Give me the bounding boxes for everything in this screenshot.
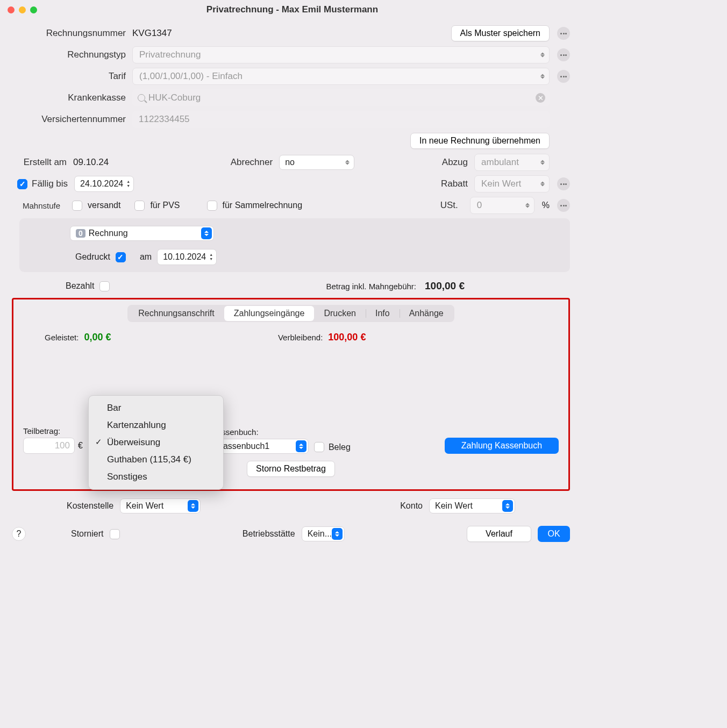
fuer-sammelrechnung-label: für Sammelrechnung <box>223 201 303 210</box>
versandt-checkbox[interactable] <box>72 201 82 211</box>
abzug-label: Abzug <box>442 157 474 168</box>
betriebsstaette-label: Betriebsstätte <box>243 529 295 539</box>
ust-select[interactable]: 0 <box>470 197 534 214</box>
rechnung-select[interactable]: 0 Rechnung <box>70 226 214 241</box>
am-label: am <box>140 252 152 262</box>
kassenbuch-select[interactable]: assenbuch1 <box>217 439 309 454</box>
geleistet-label: Geleistet: <box>45 333 79 342</box>
gedruckt-label: Gedruckt <box>75 252 110 262</box>
popup-item-bar[interactable]: Bar <box>89 399 223 417</box>
zahlung-kassenbuch-button[interactable]: Zahlung Kassenbuch <box>445 438 559 454</box>
abzug-select[interactable]: ambulant <box>474 154 550 171</box>
titlebar: Privatrechnung - Max Emil Mustermann <box>0 0 582 19</box>
tarif-options-button[interactable] <box>557 70 570 83</box>
faellig-bis-label: Fällig bis <box>27 179 74 189</box>
gedruckt-checkbox[interactable] <box>116 252 126 262</box>
rechnungstyp-options-button[interactable] <box>557 48 570 61</box>
abrechner-select[interactable]: no <box>279 155 354 170</box>
betriebsstaette-select[interactable]: Kein... <box>302 526 345 541</box>
abrechner-label: Abrechner <box>231 157 279 168</box>
storniert-checkbox[interactable] <box>110 529 120 539</box>
clear-krankenkasse-icon[interactable]: ✕ <box>536 93 545 103</box>
faellig-bis-date-input[interactable]: 24.10.2024 ▲▼ <box>74 176 134 192</box>
mahnstufe-label: Mahnstufe <box>12 201 67 210</box>
payment-method-popup: Bar Kartenzahlung Überweisung Guthaben (… <box>88 395 224 490</box>
rabatt-select[interactable]: Kein Wert <box>474 175 550 192</box>
popup-item-sonstiges[interactable]: Sonstiges <box>89 468 223 486</box>
tab-anhaenge[interactable]: Anhänge <box>400 306 453 321</box>
krankenkasse-search-input[interactable]: HUK-Coburg ✕ <box>132 89 550 106</box>
storniert-label: Storniert <box>71 529 103 539</box>
beleg-checkbox[interactable] <box>314 442 324 452</box>
kassenbuch-label: assenbuch: <box>217 427 309 437</box>
window-title: Privatrechnung - Max Emil Mustermann <box>10 4 574 15</box>
konto-select[interactable]: Kein Wert <box>429 498 515 513</box>
betrag-label: Betrag inkl. Mahngebühr: <box>326 282 416 291</box>
faellig-bis-checkbox[interactable] <box>17 179 27 189</box>
betrag-value: 100,00 € <box>422 280 468 292</box>
versandt-label: versandt <box>88 201 120 210</box>
versichertennummer-input[interactable]: 1122334455 <box>132 111 550 128</box>
euro-label: € <box>78 441 83 451</box>
popup-item-guthaben[interactable]: Guthaben (115,34 €) <box>89 451 223 468</box>
kostenstelle-label: Kostenstelle <box>67 501 113 511</box>
bezahlt-label: Bezahlt <box>66 281 94 291</box>
fuer-pvs-checkbox[interactable] <box>134 201 145 211</box>
rechnungsnummer-label: Rechnungsnummer <box>12 28 132 39</box>
tab-zahlungseingaenge[interactable]: Zahlungseingänge <box>224 306 315 321</box>
in-neue-rechnung-button[interactable]: In neue Rechnung übernehmen <box>410 133 550 149</box>
fuer-sammelrechnung-checkbox[interactable] <box>207 201 217 211</box>
erstellt-am-label: Erstellt am <box>12 157 73 168</box>
verlauf-button[interactable]: Verlauf <box>467 526 531 542</box>
konto-label: Konto <box>400 501 423 511</box>
kostenstelle-select[interactable]: Kein Wert <box>120 498 201 513</box>
beleg-label: Beleg <box>329 442 351 452</box>
rechnung-box: 0 Rechnung Gedruckt am 10.10.2024 ▲▼ <box>19 218 570 272</box>
rechnungsnummer-value: KVG1347 <box>132 28 240 39</box>
erstellt-am-value: 09.10.24 <box>73 157 143 168</box>
tarif-label: Tarif <box>12 71 132 82</box>
tab-rechnungsanschrift[interactable]: Rechnungsanschrift <box>129 306 224 321</box>
krankenkasse-label: Krankenkasse <box>12 92 132 103</box>
rabatt-options-button[interactable] <box>557 177 570 190</box>
teilbetrag-label: Teilbetrag: <box>23 426 83 436</box>
ust-options-button[interactable] <box>557 199 570 212</box>
fuer-pvs-label: für PVS <box>150 201 180 210</box>
help-button[interactable]: ? <box>12 527 26 541</box>
als-muster-speichern-button[interactable]: Als Muster speichern <box>451 25 550 41</box>
ust-label: USt. <box>440 200 465 211</box>
search-icon <box>138 94 145 102</box>
bezahlt-checkbox[interactable] <box>99 281 110 291</box>
tab-drucken[interactable]: Drucken <box>314 306 366 321</box>
rechnungstyp-label: Rechnungstyp <box>12 49 132 60</box>
rabatt-label: Rabatt <box>441 179 474 189</box>
storno-restbetrag-button[interactable]: Storno Restbetrag <box>247 461 335 477</box>
versichertennummer-label: Versichertennummer <box>12 114 132 125</box>
geleistet-value: 0,00 € <box>84 332 111 343</box>
teilbetrag-input[interactable] <box>23 438 75 454</box>
percent-label: % <box>540 201 552 210</box>
popup-item-kartenzahlung[interactable]: Kartenzahlung <box>89 417 223 434</box>
tab-info[interactable]: Info <box>366 306 400 321</box>
more-options-button[interactable] <box>557 27 570 40</box>
ok-button[interactable]: OK <box>538 526 570 542</box>
verbleibend-value: 100,00 € <box>328 332 366 343</box>
gedruckt-date-input[interactable]: 10.10.2024 ▲▼ <box>157 249 217 265</box>
popup-item-ueberweisung[interactable]: Überweisung <box>89 434 223 451</box>
payments-panel: Rechnungsanschrift Zahlungseingänge Druc… <box>12 298 570 491</box>
rechnungstyp-select[interactable]: Privatrechnung <box>132 46 550 63</box>
tarif-select[interactable]: (1,00/1,00/1,00) - Einfach <box>132 68 550 85</box>
payments-tabs: Rechnungsanschrift Zahlungseingänge Druc… <box>127 305 454 322</box>
verbleibend-label: Verbleibend: <box>278 333 323 342</box>
